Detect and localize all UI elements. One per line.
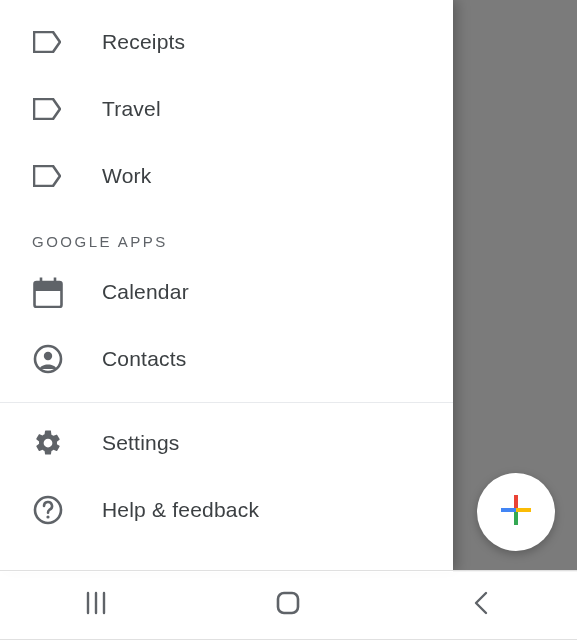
divider	[0, 402, 453, 403]
home-icon	[275, 590, 301, 620]
system-nav-bar	[0, 570, 577, 640]
navigation-drawer: Receipts Travel Work GOOGLE APPS Calenda…	[0, 0, 453, 572]
back-icon	[471, 590, 491, 620]
drawer-item-contacts[interactable]: Contacts	[0, 325, 453, 392]
contacts-icon	[33, 344, 68, 374]
drawer-item-label: Travel	[102, 97, 161, 121]
drawer-item-label: Contacts	[102, 347, 186, 371]
svg-point-5	[44, 351, 52, 359]
drawer-item-settings[interactable]: Settings	[0, 409, 453, 476]
section-header-google-apps: GOOGLE APPS	[0, 209, 453, 258]
plus-multicolor-icon	[499, 493, 533, 531]
drawer-item-work[interactable]: Work	[0, 142, 453, 209]
recents-icon	[83, 590, 109, 620]
nav-home-button[interactable]	[248, 585, 328, 625]
nav-recents-button[interactable]	[56, 585, 136, 625]
gear-icon	[33, 428, 68, 458]
svg-rect-9	[514, 510, 518, 525]
drawer-item-receipts[interactable]: Receipts	[0, 8, 453, 75]
svg-point-7	[46, 515, 49, 518]
drawer-item-calendar[interactable]: Calendar	[0, 258, 453, 325]
drawer-item-label: Help & feedback	[102, 498, 259, 522]
svg-rect-8	[514, 495, 518, 510]
svg-rect-10	[501, 508, 516, 512]
drawer-item-label: Settings	[102, 431, 179, 455]
drawer-item-travel[interactable]: Travel	[0, 75, 453, 142]
drawer-item-label: Work	[102, 164, 151, 188]
label-icon	[33, 165, 68, 187]
compose-fab[interactable]	[477, 473, 555, 551]
drawer-item-help[interactable]: Help & feedback	[0, 476, 453, 543]
nav-back-button[interactable]	[441, 585, 521, 625]
help-icon	[33, 495, 68, 525]
calendar-icon	[33, 276, 68, 308]
label-icon	[33, 98, 68, 120]
svg-rect-15	[278, 593, 298, 613]
svg-rect-11	[516, 508, 531, 512]
svg-rect-1	[35, 282, 62, 291]
drawer-item-label: Calendar	[102, 280, 189, 304]
drawer-list: Receipts Travel Work GOOGLE APPS Calenda…	[0, 0, 453, 543]
drawer-item-label: Receipts	[102, 30, 185, 54]
label-icon	[33, 31, 68, 53]
